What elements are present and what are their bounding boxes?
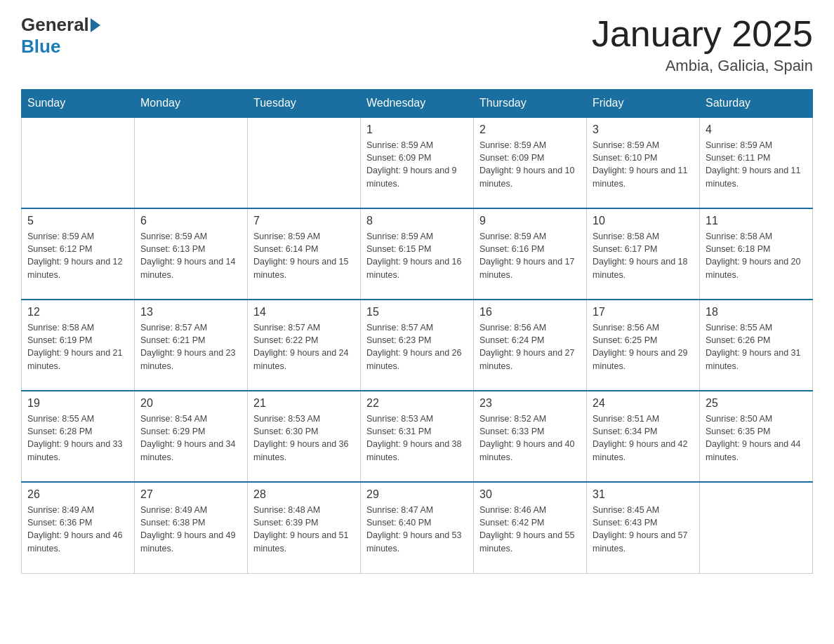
calendar-cell: 15Sunrise: 8:57 AM Sunset: 6:23 PM Dayli… xyxy=(361,300,474,391)
logo-blue-text: Blue xyxy=(21,36,60,58)
day-number: 18 xyxy=(706,306,807,318)
day-number: 31 xyxy=(593,488,694,501)
day-number: 10 xyxy=(593,215,694,227)
calendar-header-monday: Monday xyxy=(135,90,248,118)
day-info: Sunrise: 8:59 AM Sunset: 6:13 PM Dayligh… xyxy=(140,230,241,281)
day-info: Sunrise: 8:58 AM Sunset: 6:18 PM Dayligh… xyxy=(706,230,807,281)
day-info: Sunrise: 8:59 AM Sunset: 6:09 PM Dayligh… xyxy=(366,139,468,190)
day-info: Sunrise: 8:53 AM Sunset: 6:30 PM Dayligh… xyxy=(253,412,355,464)
day-info: Sunrise: 8:53 AM Sunset: 6:31 PM Dayligh… xyxy=(366,412,468,464)
day-info: Sunrise: 8:47 AM Sunset: 6:40 PM Dayligh… xyxy=(366,504,468,555)
calendar-cell: 4Sunrise: 8:59 AM Sunset: 6:11 PM Daylig… xyxy=(700,117,813,208)
day-number: 5 xyxy=(27,215,128,227)
day-info: Sunrise: 8:54 AM Sunset: 6:29 PM Dayligh… xyxy=(140,412,241,464)
calendar-cell: 11Sunrise: 8:58 AM Sunset: 6:18 PM Dayli… xyxy=(700,208,813,300)
calendar-cell: 7Sunrise: 8:59 AM Sunset: 6:14 PM Daylig… xyxy=(248,208,361,300)
day-number: 30 xyxy=(479,488,581,501)
day-number: 21 xyxy=(253,397,355,410)
calendar-cell: 28Sunrise: 8:48 AM Sunset: 6:39 PM Dayli… xyxy=(248,482,361,573)
day-number: 25 xyxy=(706,397,807,410)
day-number: 17 xyxy=(593,306,694,318)
day-number: 1 xyxy=(366,123,468,136)
calendar-week-row: 26Sunrise: 8:49 AM Sunset: 6:36 PM Dayli… xyxy=(22,482,813,573)
calendar-cell xyxy=(700,482,813,573)
calendar-header-tuesday: Tuesday xyxy=(248,90,361,118)
day-info: Sunrise: 8:49 AM Sunset: 6:38 PM Dayligh… xyxy=(140,504,241,555)
day-info: Sunrise: 8:52 AM Sunset: 6:33 PM Dayligh… xyxy=(479,412,581,464)
calendar-cell: 8Sunrise: 8:59 AM Sunset: 6:15 PM Daylig… xyxy=(361,208,474,300)
day-number: 20 xyxy=(140,397,241,410)
calendar-cell: 25Sunrise: 8:50 AM Sunset: 6:35 PM Dayli… xyxy=(700,391,813,482)
day-number: 26 xyxy=(27,488,128,501)
calendar-cell: 18Sunrise: 8:55 AM Sunset: 6:26 PM Dayli… xyxy=(700,300,813,391)
day-info: Sunrise: 8:56 AM Sunset: 6:24 PM Dayligh… xyxy=(479,321,581,373)
day-info: Sunrise: 8:57 AM Sunset: 6:23 PM Dayligh… xyxy=(366,321,468,373)
calendar-cell xyxy=(22,117,135,208)
calendar-cell: 21Sunrise: 8:53 AM Sunset: 6:30 PM Dayli… xyxy=(248,391,361,482)
day-info: Sunrise: 8:57 AM Sunset: 6:21 PM Dayligh… xyxy=(140,321,241,373)
logo-arrow-icon xyxy=(91,18,100,32)
day-number: 12 xyxy=(27,306,128,318)
calendar-cell xyxy=(248,117,361,208)
calendar-cell: 22Sunrise: 8:53 AM Sunset: 6:31 PM Dayli… xyxy=(361,391,474,482)
day-number: 2 xyxy=(479,123,581,136)
calendar-cell: 9Sunrise: 8:59 AM Sunset: 6:16 PM Daylig… xyxy=(474,208,587,300)
calendar-header-wednesday: Wednesday xyxy=(361,90,474,118)
day-info: Sunrise: 8:59 AM Sunset: 6:12 PM Dayligh… xyxy=(27,230,128,281)
day-info: Sunrise: 8:51 AM Sunset: 6:34 PM Dayligh… xyxy=(593,412,694,464)
day-number: 13 xyxy=(140,306,241,318)
calendar-header-row: SundayMondayTuesdayWednesdayThursdayFrid… xyxy=(22,90,813,118)
day-number: 22 xyxy=(366,397,468,410)
calendar-cell xyxy=(135,117,248,208)
day-number: 8 xyxy=(366,215,468,227)
title-section: January 2025 Ambia, Galicia, Spain xyxy=(592,14,813,75)
day-number: 7 xyxy=(253,215,355,227)
calendar-cell: 1Sunrise: 8:59 AM Sunset: 6:09 PM Daylig… xyxy=(361,117,474,208)
day-info: Sunrise: 8:55 AM Sunset: 6:28 PM Dayligh… xyxy=(27,412,128,464)
logo-general-text: General xyxy=(21,14,89,36)
day-info: Sunrise: 8:59 AM Sunset: 6:09 PM Dayligh… xyxy=(479,139,581,190)
calendar-cell: 19Sunrise: 8:55 AM Sunset: 6:28 PM Dayli… xyxy=(22,391,135,482)
day-info: Sunrise: 8:59 AM Sunset: 6:16 PM Dayligh… xyxy=(479,230,581,281)
calendar-cell: 20Sunrise: 8:54 AM Sunset: 6:29 PM Dayli… xyxy=(135,391,248,482)
day-number: 19 xyxy=(27,397,128,410)
calendar-cell: 31Sunrise: 8:45 AM Sunset: 6:43 PM Dayli… xyxy=(587,482,700,573)
calendar-cell: 24Sunrise: 8:51 AM Sunset: 6:34 PM Dayli… xyxy=(587,391,700,482)
day-number: 4 xyxy=(706,123,807,136)
logo: General Blue xyxy=(21,14,102,58)
calendar-header-friday: Friday xyxy=(587,90,700,118)
calendar-cell: 23Sunrise: 8:52 AM Sunset: 6:33 PM Dayli… xyxy=(474,391,587,482)
calendar-header-thursday: Thursday xyxy=(474,90,587,118)
day-info: Sunrise: 8:59 AM Sunset: 6:15 PM Dayligh… xyxy=(366,230,468,281)
day-number: 3 xyxy=(593,123,694,136)
day-number: 29 xyxy=(366,488,468,501)
calendar-cell: 26Sunrise: 8:49 AM Sunset: 6:36 PM Dayli… xyxy=(22,482,135,573)
day-info: Sunrise: 8:57 AM Sunset: 6:22 PM Dayligh… xyxy=(253,321,355,373)
calendar-cell: 10Sunrise: 8:58 AM Sunset: 6:17 PM Dayli… xyxy=(587,208,700,300)
day-number: 24 xyxy=(593,397,694,410)
calendar-cell: 27Sunrise: 8:49 AM Sunset: 6:38 PM Dayli… xyxy=(135,482,248,573)
day-number: 23 xyxy=(479,397,581,410)
calendar-cell: 12Sunrise: 8:58 AM Sunset: 6:19 PM Dayli… xyxy=(22,300,135,391)
day-number: 6 xyxy=(140,215,241,227)
calendar-week-row: 5Sunrise: 8:59 AM Sunset: 6:12 PM Daylig… xyxy=(22,208,813,300)
day-number: 15 xyxy=(366,306,468,318)
calendar-cell: 30Sunrise: 8:46 AM Sunset: 6:42 PM Dayli… xyxy=(474,482,587,573)
day-number: 14 xyxy=(253,306,355,318)
day-number: 11 xyxy=(706,215,807,227)
day-info: Sunrise: 8:58 AM Sunset: 6:19 PM Dayligh… xyxy=(27,321,128,373)
month-title: January 2025 xyxy=(592,14,813,54)
calendar-cell: 29Sunrise: 8:47 AM Sunset: 6:40 PM Dayli… xyxy=(361,482,474,573)
day-number: 16 xyxy=(479,306,581,318)
location-text: Ambia, Galicia, Spain xyxy=(592,57,813,75)
calendar-cell: 3Sunrise: 8:59 AM Sunset: 6:10 PM Daylig… xyxy=(587,117,700,208)
day-info: Sunrise: 8:50 AM Sunset: 6:35 PM Dayligh… xyxy=(706,412,807,464)
day-info: Sunrise: 8:55 AM Sunset: 6:26 PM Dayligh… xyxy=(706,321,807,373)
day-info: Sunrise: 8:58 AM Sunset: 6:17 PM Dayligh… xyxy=(593,230,694,281)
day-number: 27 xyxy=(140,488,241,501)
calendar-table: SundayMondayTuesdayWednesdayThursdayFrid… xyxy=(21,89,813,574)
calendar-cell: 16Sunrise: 8:56 AM Sunset: 6:24 PM Dayli… xyxy=(474,300,587,391)
calendar-cell: 2Sunrise: 8:59 AM Sunset: 6:09 PM Daylig… xyxy=(474,117,587,208)
calendar-week-row: 1Sunrise: 8:59 AM Sunset: 6:09 PM Daylig… xyxy=(22,117,813,208)
day-info: Sunrise: 8:56 AM Sunset: 6:25 PM Dayligh… xyxy=(593,321,694,373)
